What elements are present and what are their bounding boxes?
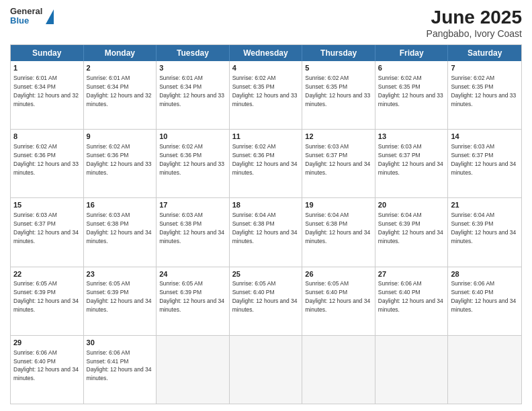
day-number: 12 <box>305 132 372 142</box>
table-row: 7 Sunrise: 6:02 AMSunset: 6:35 PMDayligh… <box>448 61 521 129</box>
day-number: 2 <box>87 63 154 73</box>
cell-info: Sunrise: 6:05 AMSunset: 6:39 PMDaylight:… <box>13 280 79 313</box>
table-row <box>302 336 375 404</box>
header-thursday: Thursday <box>302 45 375 61</box>
header-tuesday: Tuesday <box>157 45 230 61</box>
calendar-body: 1 Sunrise: 6:01 AMSunset: 6:34 PMDayligh… <box>11 61 521 404</box>
day-number: 27 <box>378 269 445 279</box>
table-row: 3 Sunrise: 6:01 AMSunset: 6:34 PMDayligh… <box>157 61 230 129</box>
day-number: 23 <box>87 269 154 279</box>
cell-info: Sunrise: 6:02 AMSunset: 6:35 PMDaylight:… <box>378 75 443 107</box>
page: General Blue June 2025 Pangbabo, Ivory C… <box>0 0 532 411</box>
cell-info: Sunrise: 6:02 AMSunset: 6:35 PMDaylight:… <box>232 75 298 107</box>
cell-info: Sunrise: 6:05 AMSunset: 6:39 PMDaylight:… <box>159 280 224 313</box>
day-number: 19 <box>305 200 372 210</box>
cell-info: Sunrise: 6:03 AMSunset: 6:37 PMDaylight:… <box>451 143 516 176</box>
table-row: 19 Sunrise: 6:04 AMSunset: 6:38 PMDaylig… <box>302 198 375 266</box>
day-number: 21 <box>451 200 519 210</box>
table-row: 5 Sunrise: 6:02 AMSunset: 6:35 PMDayligh… <box>302 61 375 129</box>
table-row: 18 Sunrise: 6:04 AMSunset: 6:38 PMDaylig… <box>230 198 303 266</box>
cell-info: Sunrise: 6:04 AMSunset: 6:38 PMDaylight:… <box>232 212 298 244</box>
month-year: June 2025 <box>427 7 522 28</box>
cell-info: Sunrise: 6:02 AMSunset: 6:36 PMDaylight:… <box>13 143 79 176</box>
day-number: 29 <box>13 338 81 348</box>
day-number: 14 <box>451 132 519 142</box>
location: Pangbabo, Ivory Coast <box>427 28 522 39</box>
day-number: 22 <box>13 269 81 279</box>
day-number: 30 <box>87 338 154 348</box>
table-row: 30 Sunrise: 6:06 AMSunset: 6:41 PMDaylig… <box>84 336 157 404</box>
table-row <box>157 336 230 404</box>
header-wednesday: Wednesday <box>230 45 303 61</box>
day-number: 18 <box>232 200 300 210</box>
logo-triangle-icon <box>46 9 54 24</box>
cell-info: Sunrise: 6:02 AMSunset: 6:35 PMDaylight:… <box>451 75 516 107</box>
day-number: 20 <box>378 200 445 210</box>
day-number: 9 <box>87 132 154 142</box>
day-number: 16 <box>87 200 154 210</box>
day-number: 28 <box>451 269 519 279</box>
table-row: 15 Sunrise: 6:03 AMSunset: 6:37 PMDaylig… <box>11 198 84 266</box>
cell-info: Sunrise: 6:05 AMSunset: 6:40 PMDaylight:… <box>232 280 298 313</box>
day-number: 5 <box>305 63 372 73</box>
calendar-header: Sunday Monday Tuesday Wednesday Thursday… <box>11 45 521 61</box>
day-number: 13 <box>378 132 445 142</box>
cell-info: Sunrise: 6:04 AMSunset: 6:39 PMDaylight:… <box>451 212 516 244</box>
table-row: 12 Sunrise: 6:03 AMSunset: 6:37 PMDaylig… <box>302 130 375 197</box>
day-number: 15 <box>13 200 81 210</box>
header-sunday: Sunday <box>11 45 84 61</box>
table-row <box>375 336 449 404</box>
calendar: Sunday Monday Tuesday Wednesday Thursday… <box>10 44 522 404</box>
day-number: 3 <box>159 63 226 73</box>
day-number: 24 <box>159 269 226 279</box>
logo-text: General Blue <box>10 7 42 26</box>
table-row: 4 Sunrise: 6:02 AMSunset: 6:35 PMDayligh… <box>230 61 303 129</box>
day-number: 25 <box>232 269 300 279</box>
calendar-row: 8 Sunrise: 6:02 AMSunset: 6:36 PMDayligh… <box>11 129 521 197</box>
table-row: 27 Sunrise: 6:06 AMSunset: 6:40 PMDaylig… <box>375 267 449 335</box>
cell-info: Sunrise: 6:06 AMSunset: 6:40 PMDaylight:… <box>378 280 443 313</box>
calendar-row: 22 Sunrise: 6:05 AMSunset: 6:39 PMDaylig… <box>11 267 521 335</box>
day-number: 4 <box>232 63 300 73</box>
table-row <box>230 336 303 404</box>
day-number: 6 <box>378 63 445 73</box>
logo-blue: Blue <box>10 16 42 26</box>
day-number: 10 <box>159 132 226 142</box>
day-number: 7 <box>451 63 519 73</box>
day-number: 17 <box>159 200 226 210</box>
table-row: 8 Sunrise: 6:02 AMSunset: 6:36 PMDayligh… <box>11 130 84 197</box>
table-row: 2 Sunrise: 6:01 AMSunset: 6:34 PMDayligh… <box>84 61 157 129</box>
logo: General Blue <box>10 7 54 26</box>
header-friday: Friday <box>375 45 449 61</box>
header: General Blue June 2025 Pangbabo, Ivory C… <box>10 7 522 39</box>
calendar-row: 29 Sunrise: 6:06 AMSunset: 6:40 PMDaylig… <box>11 335 521 404</box>
table-row: 26 Sunrise: 6:05 AMSunset: 6:40 PMDaylig… <box>302 267 375 335</box>
table-row: 29 Sunrise: 6:06 AMSunset: 6:40 PMDaylig… <box>11 336 84 404</box>
cell-info: Sunrise: 6:06 AMSunset: 6:40 PMDaylight:… <box>451 280 516 313</box>
cell-info: Sunrise: 6:03 AMSunset: 6:37 PMDaylight:… <box>305 143 370 176</box>
table-row: 10 Sunrise: 6:02 AMSunset: 6:36 PMDaylig… <box>157 130 230 197</box>
table-row <box>448 336 521 404</box>
table-row: 1 Sunrise: 6:01 AMSunset: 6:34 PMDayligh… <box>11 61 84 129</box>
title-block: June 2025 Pangbabo, Ivory Coast <box>427 7 522 39</box>
cell-info: Sunrise: 6:05 AMSunset: 6:40 PMDaylight:… <box>305 280 370 313</box>
table-row: 11 Sunrise: 6:02 AMSunset: 6:36 PMDaylig… <box>230 130 303 197</box>
cell-info: Sunrise: 6:06 AMSunset: 6:41 PMDaylight:… <box>87 349 152 382</box>
table-row: 14 Sunrise: 6:03 AMSunset: 6:37 PMDaylig… <box>448 130 521 197</box>
cell-info: Sunrise: 6:02 AMSunset: 6:36 PMDaylight:… <box>159 143 224 176</box>
cell-info: Sunrise: 6:03 AMSunset: 6:37 PMDaylight:… <box>378 143 443 176</box>
table-row: 13 Sunrise: 6:03 AMSunset: 6:37 PMDaylig… <box>375 130 449 197</box>
table-row: 9 Sunrise: 6:02 AMSunset: 6:36 PMDayligh… <box>84 130 157 197</box>
cell-info: Sunrise: 6:01 AMSunset: 6:34 PMDaylight:… <box>159 75 224 107</box>
table-row: 25 Sunrise: 6:05 AMSunset: 6:40 PMDaylig… <box>230 267 303 335</box>
cell-info: Sunrise: 6:01 AMSunset: 6:34 PMDaylight:… <box>13 75 79 107</box>
cell-info: Sunrise: 6:03 AMSunset: 6:38 PMDaylight:… <box>87 212 152 244</box>
table-row: 20 Sunrise: 6:04 AMSunset: 6:39 PMDaylig… <box>375 198 449 266</box>
table-row: 21 Sunrise: 6:04 AMSunset: 6:39 PMDaylig… <box>448 198 521 266</box>
calendar-row: 15 Sunrise: 6:03 AMSunset: 6:37 PMDaylig… <box>11 197 521 266</box>
cell-info: Sunrise: 6:04 AMSunset: 6:38 PMDaylight:… <box>305 212 370 244</box>
table-row: 22 Sunrise: 6:05 AMSunset: 6:39 PMDaylig… <box>11 267 84 335</box>
table-row: 23 Sunrise: 6:05 AMSunset: 6:39 PMDaylig… <box>84 267 157 335</box>
header-monday: Monday <box>84 45 157 61</box>
table-row: 17 Sunrise: 6:03 AMSunset: 6:38 PMDaylig… <box>157 198 230 266</box>
